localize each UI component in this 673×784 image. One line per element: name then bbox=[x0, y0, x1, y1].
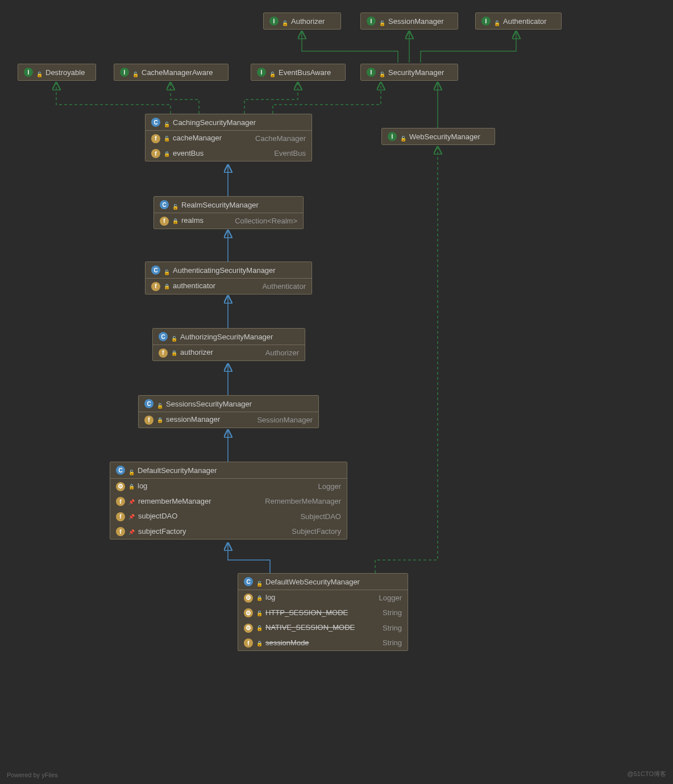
field-row: subjectFactorySubjectFactory bbox=[110, 524, 347, 540]
field-row: eventBusEventBus bbox=[146, 146, 311, 161]
node-title: Authenticator bbox=[503, 17, 547, 26]
lock-icon bbox=[379, 69, 385, 75]
lock-icon bbox=[164, 119, 169, 125]
method-icon bbox=[244, 594, 253, 603]
class-icon bbox=[144, 399, 153, 408]
lock-icon bbox=[282, 18, 288, 24]
field-icon bbox=[159, 349, 168, 358]
interface-icon bbox=[257, 68, 266, 77]
lock-icon bbox=[164, 149, 169, 155]
field-name: log bbox=[265, 593, 275, 602]
class-icon bbox=[159, 332, 168, 341]
node-title: SecurityManager bbox=[388, 68, 444, 77]
field-icon bbox=[151, 149, 160, 158]
field-type: Authorizer bbox=[265, 349, 299, 357]
field-row: sessionManagerSessionManager bbox=[139, 412, 318, 428]
field-type: Logger bbox=[318, 482, 341, 491]
lock-icon bbox=[164, 281, 169, 287]
interface-icon bbox=[367, 68, 376, 77]
field-row: rememberMeManagerRememberMeManager bbox=[110, 494, 347, 509]
field-name: cacheManager bbox=[173, 134, 222, 142]
node-authorizer[interactable]: Authorizer bbox=[263, 13, 341, 30]
node-title: CachingSecurityManager bbox=[173, 118, 256, 127]
class-icon bbox=[151, 118, 160, 127]
node-cachingsecuritymanager[interactable]: CachingSecurityManager cacheManagerCache… bbox=[145, 114, 312, 161]
node-title: Authorizer bbox=[291, 17, 325, 26]
field-row: NATIVE_SESSION_MODEString bbox=[238, 620, 408, 636]
field-icon bbox=[116, 497, 125, 506]
field-type: RememberMeManager bbox=[265, 497, 341, 505]
interface-icon bbox=[24, 68, 33, 77]
interface-icon bbox=[120, 68, 129, 77]
field-type: String bbox=[383, 608, 402, 617]
lock-icon bbox=[256, 623, 262, 629]
field-row: authorizerAuthorizer bbox=[153, 345, 305, 360]
field-type: EventBus bbox=[274, 149, 306, 157]
lock-icon bbox=[494, 18, 500, 24]
node-authenticator[interactable]: Authenticator bbox=[475, 13, 562, 30]
lock-icon bbox=[172, 202, 178, 208]
lock-icon bbox=[164, 134, 169, 139]
lock-icon bbox=[256, 608, 262, 614]
field-name: sessionManager bbox=[166, 415, 220, 424]
lock-icon bbox=[269, 69, 275, 75]
field-name: log bbox=[138, 482, 147, 490]
lock-icon bbox=[157, 415, 163, 421]
node-cachemanageraware[interactable]: CacheManagerAware bbox=[114, 64, 229, 81]
method-icon bbox=[244, 624, 253, 633]
field-row: realmsCollection<Realm> bbox=[154, 213, 303, 229]
lock-icon bbox=[157, 401, 163, 406]
diagram-connectors bbox=[0, 0, 673, 784]
node-title: DefaultWebSecurityManager bbox=[265, 578, 360, 586]
field-name: NATIVE_SESSION_MODE bbox=[265, 623, 355, 632]
field-type: Collection<Realm> bbox=[235, 217, 297, 225]
lock-icon bbox=[128, 467, 134, 473]
lock-icon bbox=[379, 18, 385, 24]
field-name: eventBus bbox=[173, 149, 203, 157]
field-row: HTTP_SESSION_MODEString bbox=[238, 605, 408, 621]
lock-icon bbox=[132, 69, 138, 75]
interface-icon bbox=[388, 132, 397, 141]
class-icon bbox=[244, 577, 253, 586]
method-icon bbox=[244, 608, 253, 617]
node-sessionmanager[interactable]: SessionManager bbox=[360, 13, 458, 30]
field-icon bbox=[116, 512, 125, 521]
lock-icon bbox=[400, 134, 406, 139]
node-title: EventBusAware bbox=[279, 68, 331, 77]
field-type: SubjectFactory bbox=[292, 527, 341, 536]
field-icon bbox=[144, 416, 153, 425]
field-name: sessionMode bbox=[265, 638, 309, 647]
interface-icon bbox=[269, 16, 279, 26]
field-icon bbox=[116, 527, 125, 536]
node-title: DefaultSecurityManager bbox=[138, 466, 217, 475]
node-realmsecuritymanager[interactable]: RealmSecurityManager realmsCollection<Re… bbox=[153, 196, 304, 229]
field-name: realms bbox=[181, 216, 203, 225]
node-websecuritymanager[interactable]: WebSecurityManager bbox=[381, 128, 495, 145]
lock-icon bbox=[256, 638, 262, 644]
node-eventbusaware[interactable]: EventBusAware bbox=[251, 64, 346, 81]
node-destroyable[interactable]: Destroyable bbox=[18, 64, 96, 81]
node-title: RealmSecurityManager bbox=[181, 201, 259, 209]
node-authenticatingsecuritymanager[interactable]: AuthenticatingSecurityManager authentica… bbox=[145, 262, 312, 294]
node-title: AuthorizingSecurityManager bbox=[180, 333, 273, 341]
field-row: logLogger bbox=[238, 590, 408, 605]
method-icon bbox=[116, 482, 125, 491]
node-securitymanager[interactable]: SecurityManager bbox=[360, 64, 458, 81]
lock-icon bbox=[164, 267, 169, 273]
field-name: authenticator bbox=[173, 281, 215, 290]
node-defaultsecuritymanager[interactable]: DefaultSecurityManager logLogger remembe… bbox=[110, 462, 347, 540]
field-type: CacheManager bbox=[255, 134, 306, 143]
node-authorizingsecuritymanager[interactable]: AuthorizingSecurityManager authorizerAut… bbox=[152, 328, 305, 361]
node-sessionssecuritymanager[interactable]: SessionsSecurityManager sessionManagerSe… bbox=[138, 395, 319, 428]
pin-icon bbox=[128, 527, 138, 536]
field-type: Authenticator bbox=[262, 282, 306, 291]
field-row: sessionModeString bbox=[238, 636, 408, 651]
field-icon bbox=[160, 217, 169, 226]
class-icon bbox=[116, 466, 125, 475]
field-type: SubjectDAO bbox=[300, 512, 341, 521]
pin-icon bbox=[128, 497, 138, 505]
field-name: authorizer bbox=[180, 348, 213, 356]
lock-icon bbox=[256, 579, 262, 584]
field-icon bbox=[151, 134, 160, 143]
node-defaultwebsecuritymanager[interactable]: DefaultWebSecurityManager logLogger HTTP… bbox=[238, 573, 408, 651]
